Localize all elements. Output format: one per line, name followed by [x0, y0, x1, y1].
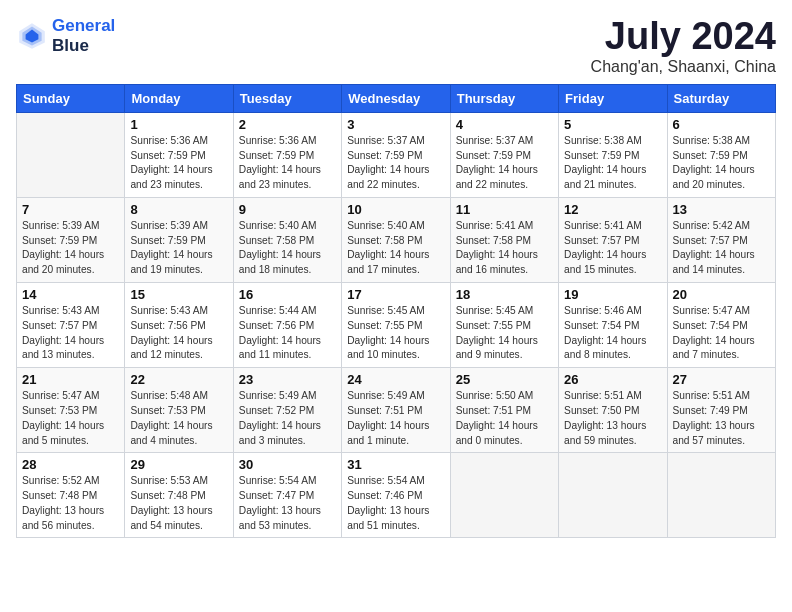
day-number: 4: [456, 117, 553, 132]
calendar-cell: 13Sunrise: 5:42 AMSunset: 7:57 PMDayligh…: [667, 197, 775, 282]
day-number: 18: [456, 287, 553, 302]
calendar-cell: 27Sunrise: 5:51 AMSunset: 7:49 PMDayligh…: [667, 368, 775, 453]
day-info: Sunrise: 5:38 AMSunset: 7:59 PMDaylight:…: [564, 134, 661, 193]
day-info: Sunrise: 5:41 AMSunset: 7:58 PMDaylight:…: [456, 219, 553, 278]
day-number: 12: [564, 202, 661, 217]
month-year-title: July 2024: [591, 16, 776, 58]
calendar-cell: 31Sunrise: 5:54 AMSunset: 7:46 PMDayligh…: [342, 453, 450, 538]
day-number: 7: [22, 202, 119, 217]
calendar-cell: [559, 453, 667, 538]
weekday-header-thursday: Thursday: [450, 84, 558, 112]
logo-text: General Blue: [52, 16, 115, 57]
day-number: 11: [456, 202, 553, 217]
day-number: 3: [347, 117, 444, 132]
calendar-cell: 14Sunrise: 5:43 AMSunset: 7:57 PMDayligh…: [17, 283, 125, 368]
calendar-cell: 30Sunrise: 5:54 AMSunset: 7:47 PMDayligh…: [233, 453, 341, 538]
day-info: Sunrise: 5:52 AMSunset: 7:48 PMDaylight:…: [22, 474, 119, 533]
day-info: Sunrise: 5:53 AMSunset: 7:48 PMDaylight:…: [130, 474, 227, 533]
day-number: 25: [456, 372, 553, 387]
day-number: 16: [239, 287, 336, 302]
calendar-week-2: 7Sunrise: 5:39 AMSunset: 7:59 PMDaylight…: [17, 197, 776, 282]
day-info: Sunrise: 5:47 AMSunset: 7:54 PMDaylight:…: [673, 304, 770, 363]
day-number: 5: [564, 117, 661, 132]
calendar-cell: 20Sunrise: 5:47 AMSunset: 7:54 PMDayligh…: [667, 283, 775, 368]
calendar-cell: 1Sunrise: 5:36 AMSunset: 7:59 PMDaylight…: [125, 112, 233, 197]
day-number: 19: [564, 287, 661, 302]
day-info: Sunrise: 5:54 AMSunset: 7:47 PMDaylight:…: [239, 474, 336, 533]
weekday-header-wednesday: Wednesday: [342, 84, 450, 112]
calendar-cell: 3Sunrise: 5:37 AMSunset: 7:59 PMDaylight…: [342, 112, 450, 197]
calendar-cell: 9Sunrise: 5:40 AMSunset: 7:58 PMDaylight…: [233, 197, 341, 282]
day-number: 17: [347, 287, 444, 302]
day-info: Sunrise: 5:43 AMSunset: 7:56 PMDaylight:…: [130, 304, 227, 363]
day-info: Sunrise: 5:36 AMSunset: 7:59 PMDaylight:…: [239, 134, 336, 193]
day-number: 2: [239, 117, 336, 132]
weekday-header-sunday: Sunday: [17, 84, 125, 112]
calendar-cell: 29Sunrise: 5:53 AMSunset: 7:48 PMDayligh…: [125, 453, 233, 538]
day-number: 30: [239, 457, 336, 472]
day-number: 9: [239, 202, 336, 217]
day-info: Sunrise: 5:40 AMSunset: 7:58 PMDaylight:…: [347, 219, 444, 278]
day-number: 29: [130, 457, 227, 472]
day-info: Sunrise: 5:51 AMSunset: 7:50 PMDaylight:…: [564, 389, 661, 448]
day-number: 6: [673, 117, 770, 132]
day-info: Sunrise: 5:43 AMSunset: 7:57 PMDaylight:…: [22, 304, 119, 363]
logo-icon: [16, 20, 48, 52]
day-info: Sunrise: 5:50 AMSunset: 7:51 PMDaylight:…: [456, 389, 553, 448]
calendar-cell: 28Sunrise: 5:52 AMSunset: 7:48 PMDayligh…: [17, 453, 125, 538]
day-info: Sunrise: 5:37 AMSunset: 7:59 PMDaylight:…: [456, 134, 553, 193]
calendar-cell: 11Sunrise: 5:41 AMSunset: 7:58 PMDayligh…: [450, 197, 558, 282]
day-info: Sunrise: 5:39 AMSunset: 7:59 PMDaylight:…: [22, 219, 119, 278]
day-info: Sunrise: 5:42 AMSunset: 7:57 PMDaylight:…: [673, 219, 770, 278]
day-info: Sunrise: 5:47 AMSunset: 7:53 PMDaylight:…: [22, 389, 119, 448]
calendar-cell: 23Sunrise: 5:49 AMSunset: 7:52 PMDayligh…: [233, 368, 341, 453]
day-number: 14: [22, 287, 119, 302]
calendar-cell: 6Sunrise: 5:38 AMSunset: 7:59 PMDaylight…: [667, 112, 775, 197]
day-number: 8: [130, 202, 227, 217]
calendar-cell: 24Sunrise: 5:49 AMSunset: 7:51 PMDayligh…: [342, 368, 450, 453]
day-number: 26: [564, 372, 661, 387]
day-number: 15: [130, 287, 227, 302]
day-number: 28: [22, 457, 119, 472]
calendar-cell: [450, 453, 558, 538]
day-info: Sunrise: 5:51 AMSunset: 7:49 PMDaylight:…: [673, 389, 770, 448]
title-block: July 2024 Chang'an, Shaanxi, China: [591, 16, 776, 76]
day-number: 21: [22, 372, 119, 387]
calendar-cell: 22Sunrise: 5:48 AMSunset: 7:53 PMDayligh…: [125, 368, 233, 453]
calendar-week-1: 1Sunrise: 5:36 AMSunset: 7:59 PMDaylight…: [17, 112, 776, 197]
day-number: 23: [239, 372, 336, 387]
calendar-cell: 12Sunrise: 5:41 AMSunset: 7:57 PMDayligh…: [559, 197, 667, 282]
day-info: Sunrise: 5:44 AMSunset: 7:56 PMDaylight:…: [239, 304, 336, 363]
calendar-cell: 15Sunrise: 5:43 AMSunset: 7:56 PMDayligh…: [125, 283, 233, 368]
day-info: Sunrise: 5:41 AMSunset: 7:57 PMDaylight:…: [564, 219, 661, 278]
calendar-cell: 17Sunrise: 5:45 AMSunset: 7:55 PMDayligh…: [342, 283, 450, 368]
day-info: Sunrise: 5:40 AMSunset: 7:58 PMDaylight:…: [239, 219, 336, 278]
location-subtitle: Chang'an, Shaanxi, China: [591, 58, 776, 76]
day-info: Sunrise: 5:49 AMSunset: 7:51 PMDaylight:…: [347, 389, 444, 448]
day-number: 24: [347, 372, 444, 387]
weekday-header-tuesday: Tuesday: [233, 84, 341, 112]
calendar-cell: 21Sunrise: 5:47 AMSunset: 7:53 PMDayligh…: [17, 368, 125, 453]
calendar-cell: 19Sunrise: 5:46 AMSunset: 7:54 PMDayligh…: [559, 283, 667, 368]
day-number: 31: [347, 457, 444, 472]
day-info: Sunrise: 5:46 AMSunset: 7:54 PMDaylight:…: [564, 304, 661, 363]
day-number: 27: [673, 372, 770, 387]
page-header: General Blue July 2024 Chang'an, Shaanxi…: [16, 16, 776, 76]
calendar-cell: 16Sunrise: 5:44 AMSunset: 7:56 PMDayligh…: [233, 283, 341, 368]
day-info: Sunrise: 5:49 AMSunset: 7:52 PMDaylight:…: [239, 389, 336, 448]
calendar-cell: 10Sunrise: 5:40 AMSunset: 7:58 PMDayligh…: [342, 197, 450, 282]
weekday-header-friday: Friday: [559, 84, 667, 112]
day-number: 22: [130, 372, 227, 387]
logo: General Blue: [16, 16, 115, 57]
calendar-table: SundayMondayTuesdayWednesdayThursdayFrid…: [16, 84, 776, 539]
weekday-header-monday: Monday: [125, 84, 233, 112]
calendar-cell: 7Sunrise: 5:39 AMSunset: 7:59 PMDaylight…: [17, 197, 125, 282]
calendar-cell: 4Sunrise: 5:37 AMSunset: 7:59 PMDaylight…: [450, 112, 558, 197]
day-info: Sunrise: 5:45 AMSunset: 7:55 PMDaylight:…: [347, 304, 444, 363]
day-info: Sunrise: 5:39 AMSunset: 7:59 PMDaylight:…: [130, 219, 227, 278]
calendar-cell: [667, 453, 775, 538]
day-info: Sunrise: 5:38 AMSunset: 7:59 PMDaylight:…: [673, 134, 770, 193]
day-number: 1: [130, 117, 227, 132]
calendar-week-3: 14Sunrise: 5:43 AMSunset: 7:57 PMDayligh…: [17, 283, 776, 368]
calendar-cell: 2Sunrise: 5:36 AMSunset: 7:59 PMDaylight…: [233, 112, 341, 197]
